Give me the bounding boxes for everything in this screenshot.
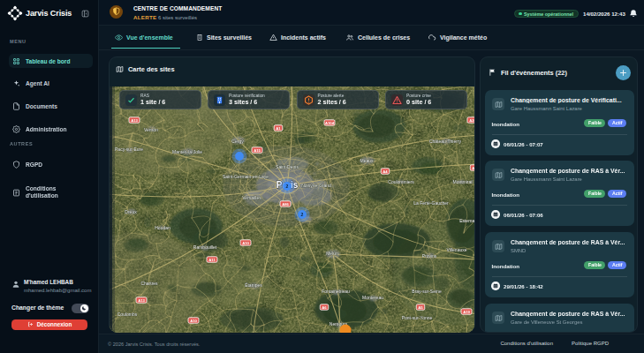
svg-text:Noisy-le-Grand: Noisy-le-Grand bbox=[301, 183, 331, 188]
svg-text:A10: A10 bbox=[190, 319, 197, 323]
svg-text:2: 2 bbox=[286, 184, 289, 189]
svg-text:A104: A104 bbox=[325, 121, 335, 125]
svg-text:A15: A15 bbox=[254, 148, 261, 153]
svg-text:Saint-Germain-en-Laye: Saint-Germain-en-Laye bbox=[223, 174, 269, 179]
svg-text:Fontainebleau: Fontainebleau bbox=[322, 289, 350, 294]
svg-text:Montereau: Montereau bbox=[362, 295, 383, 300]
svg-text:A86: A86 bbox=[282, 202, 289, 207]
svg-text:Château-Thierry: Château-Thierry bbox=[429, 139, 462, 144]
svg-text:A4: A4 bbox=[383, 169, 388, 174]
svg-text:A1: A1 bbox=[276, 126, 281, 131]
svg-text:Étampes: Étampes bbox=[245, 282, 262, 288]
svg-text:A13: A13 bbox=[131, 118, 138, 123]
svg-text:A19: A19 bbox=[463, 310, 470, 314]
svg-text:Esternay: Esternay bbox=[459, 218, 474, 223]
svg-text:Vernon: Vernon bbox=[144, 127, 158, 132]
svg-text:A11: A11 bbox=[208, 258, 216, 262]
svg-text:Mantes-la-Jolie: Mantes-la-Jolie bbox=[172, 149, 202, 154]
svg-text:La Ferté-Gaucher: La Ferté-Gaucher bbox=[413, 200, 449, 206]
svg-text:Meaux: Meaux bbox=[360, 158, 374, 163]
svg-text:Pacy-sur-Eure: Pacy-sur-Eure bbox=[115, 146, 143, 152]
svg-text:Rambouillet: Rambouillet bbox=[193, 244, 217, 250]
svg-text:Bray-sur-Seine: Bray-sur-Seine bbox=[412, 289, 442, 294]
svg-text:A10: A10 bbox=[242, 241, 249, 245]
svg-text:A6: A6 bbox=[322, 305, 327, 310]
svg-text:Saint-Denis: Saint-Denis bbox=[276, 164, 299, 169]
svg-text:Provins: Provins bbox=[422, 253, 437, 259]
svg-text:Cergy: Cergy bbox=[231, 139, 244, 144]
svg-text:Coulommiers: Coulommiers bbox=[388, 179, 414, 184]
svg-text:Melun: Melun bbox=[326, 251, 338, 256]
svg-text:A26: A26 bbox=[469, 118, 474, 123]
svg-text:2: 2 bbox=[301, 212, 304, 217]
svg-text:Chartres: Chartres bbox=[140, 281, 158, 286]
svg-text:Coulombs: Coulombs bbox=[117, 312, 138, 317]
svg-text:A13: A13 bbox=[138, 298, 145, 303]
svg-text:Dreux: Dreux bbox=[125, 209, 137, 214]
svg-text:Villenauxe: Villenauxe bbox=[447, 247, 467, 252]
svg-text:Montmirail: Montmirail bbox=[452, 179, 473, 184]
svg-text:Houdan: Houdan bbox=[155, 225, 170, 230]
svg-text:A4: A4 bbox=[472, 166, 474, 170]
svg-text:Pont-sur-Yonne: Pont-sur-Yonne bbox=[402, 315, 433, 320]
svg-text:Versailles: Versailles bbox=[242, 195, 261, 200]
svg-text:A5: A5 bbox=[418, 305, 423, 310]
